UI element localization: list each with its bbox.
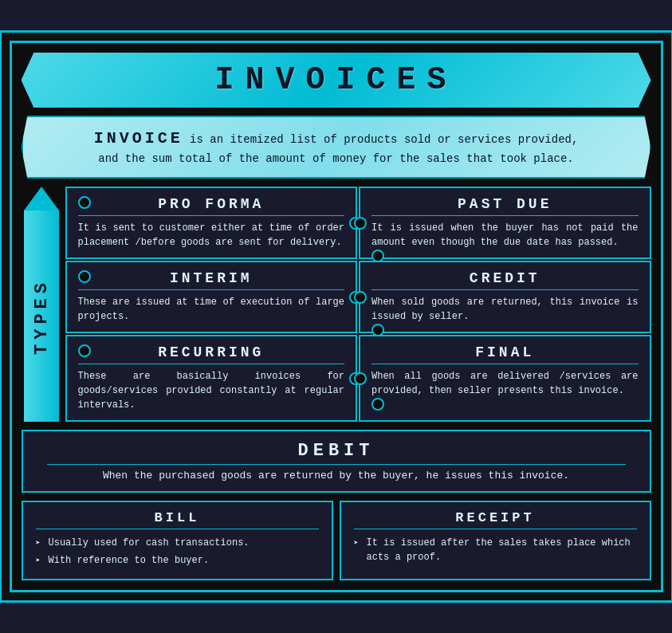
arrow-head: [24, 187, 59, 210]
receipt-card: RECEIPT It is issued after the sales tak…: [340, 501, 651, 580]
invoice-definition-text: INVOICE is an itemized list of products …: [47, 127, 626, 167]
invoice-definition-text2: and the sum total of the amount of money…: [98, 152, 574, 165]
debit-title: DEBIT: [47, 441, 626, 465]
types-grid: PRO FORMA It is sent to customer either …: [65, 187, 651, 422]
receipt-list: It is issued after the sales takes place…: [354, 536, 637, 564]
bill-item-2: With reference to the buyer.: [36, 553, 319, 568]
recurring-body: These are basically invoices for goods/s…: [78, 369, 345, 412]
invoice-word: INVOICE: [94, 129, 183, 147]
final-title: FINAL: [371, 344, 639, 364]
recurring-title: RECURRING: [78, 344, 345, 364]
type-card-pro-forma: PRO FORMA It is sent to customer either …: [65, 187, 358, 259]
arrow-shaft: TYPES: [24, 210, 59, 422]
title-banner: INVOICES: [22, 53, 651, 108]
type-card-interim: INTERIM These are issued at time of exec…: [65, 261, 358, 333]
pro-forma-title: PRO FORMA: [78, 196, 345, 216]
outer-border: INVOICES INVOICE is an itemized list of …: [0, 30, 672, 603]
invoice-definition-box: INVOICE is an itemized list of products …: [22, 116, 651, 179]
interim-body: These are issued at time of execution of…: [78, 295, 345, 324]
pro-forma-body: It is sent to customer either at time of…: [78, 221, 345, 250]
type-card-final: FINAL When all goods are delivered /serv…: [359, 335, 651, 422]
past-due-body: It is issued when the buyer has not paid…: [371, 221, 639, 250]
receipt-item-1: It is issued after the sales takes place…: [354, 536, 637, 564]
main-content: TYPES PRO FORMA It is sent to customer e…: [22, 187, 651, 422]
interim-title: INTERIM: [78, 270, 345, 290]
type-card-recurring: RECURRING These are basically invoices f…: [65, 335, 358, 422]
receipt-title: RECEIPT: [354, 510, 637, 529]
bottom-cards: BILL Usually used for cash transactions.…: [22, 501, 651, 580]
credit-body: When sold goods are returned, this invoi…: [371, 295, 639, 324]
debit-body: When the purchased goods are returned by…: [47, 470, 626, 482]
bill-title: BILL: [36, 510, 319, 529]
types-label: TYPES: [31, 277, 51, 354]
types-arrow: TYPES: [22, 187, 61, 422]
past-due-title: PAST DUE: [371, 196, 639, 216]
type-card-credit: CREDIT When sold goods are returned, thi…: [359, 261, 651, 333]
bill-list: Usually used for cash transactions. With…: [36, 536, 319, 568]
invoice-definition-text1: is an itemized list of products sold or …: [190, 133, 578, 146]
credit-title: CREDIT: [371, 270, 639, 290]
types-arrow-inner: TYPES: [24, 187, 59, 422]
main-container: INVOICES INVOICE is an itemized list of …: [10, 41, 663, 592]
debit-card: DEBIT When the purchased goods are retur…: [22, 430, 651, 493]
type-card-past-due: PAST DUE It is issued when the buyer has…: [359, 187, 651, 259]
bill-item-1: Usually used for cash transactions.: [36, 536, 319, 550]
page-title: INVOICES: [22, 62, 651, 98]
final-body: When all goods are delivered /services a…: [371, 369, 639, 398]
bill-card: BILL Usually used for cash transactions.…: [22, 501, 333, 580]
